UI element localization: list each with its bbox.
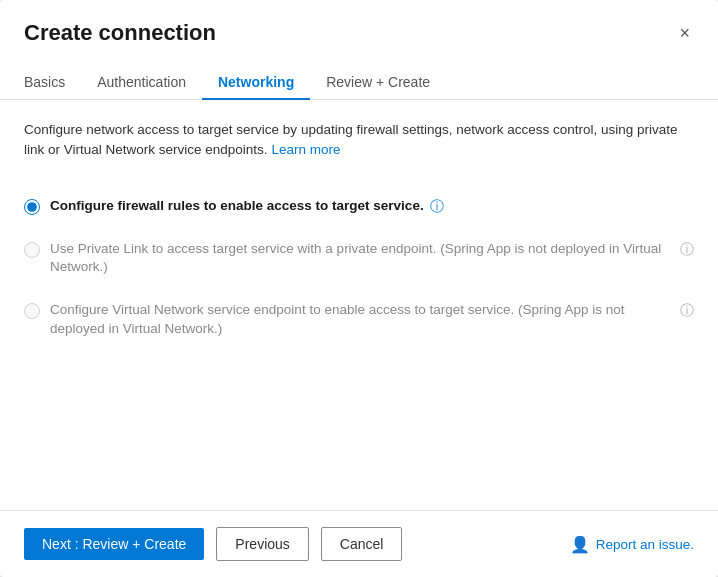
tab-review-create[interactable]: Review + Create (310, 66, 446, 100)
create-connection-dialog: Create connection × Basics Authenticatio… (0, 0, 718, 577)
tab-bar: Basics Authentication Networking Review … (0, 50, 718, 100)
close-button[interactable]: × (675, 20, 694, 46)
radio-option-private-link: Use Private Link to access target servic… (24, 228, 694, 290)
cancel-button[interactable]: Cancel (321, 527, 403, 561)
radio-firewall[interactable] (24, 199, 40, 215)
info-icon-firewall[interactable]: ⓘ (430, 198, 444, 216)
report-icon: 👤 (570, 535, 590, 554)
radio-vnet-label[interactable]: Configure Virtual Network service endpoi… (50, 301, 674, 339)
previous-button[interactable]: Previous (216, 527, 308, 561)
description-text: Configure network access to target servi… (24, 120, 694, 161)
report-issue-label: Report an issue. (596, 537, 694, 552)
tab-basics[interactable]: Basics (24, 66, 81, 100)
info-icon-private-link[interactable]: ⓘ (680, 241, 694, 259)
tab-authentication[interactable]: Authentication (81, 66, 202, 100)
learn-more-link[interactable]: Learn more (271, 142, 340, 157)
dialog-title: Create connection (24, 20, 216, 46)
main-content: Configure network access to target servi… (0, 100, 718, 510)
radio-firewall-label[interactable]: Configure firewall rules to enable acces… (50, 197, 424, 216)
network-options-group: Configure firewall rules to enable acces… (24, 185, 694, 352)
dialog-footer: Next : Review + Create Previous Cancel 👤… (0, 510, 718, 577)
radio-vnet[interactable] (24, 303, 40, 319)
radio-option-firewall: Configure firewall rules to enable acces… (24, 185, 694, 228)
radio-private-link-label[interactable]: Use Private Link to access target servic… (50, 240, 674, 278)
report-issue-link[interactable]: 👤 Report an issue. (570, 535, 694, 554)
radio-private-link[interactable] (24, 242, 40, 258)
next-button[interactable]: Next : Review + Create (24, 528, 204, 560)
info-icon-vnet[interactable]: ⓘ (680, 302, 694, 320)
tab-networking[interactable]: Networking (202, 66, 310, 100)
dialog-header: Create connection × (0, 0, 718, 46)
radio-option-vnet: Configure Virtual Network service endpoi… (24, 289, 694, 351)
